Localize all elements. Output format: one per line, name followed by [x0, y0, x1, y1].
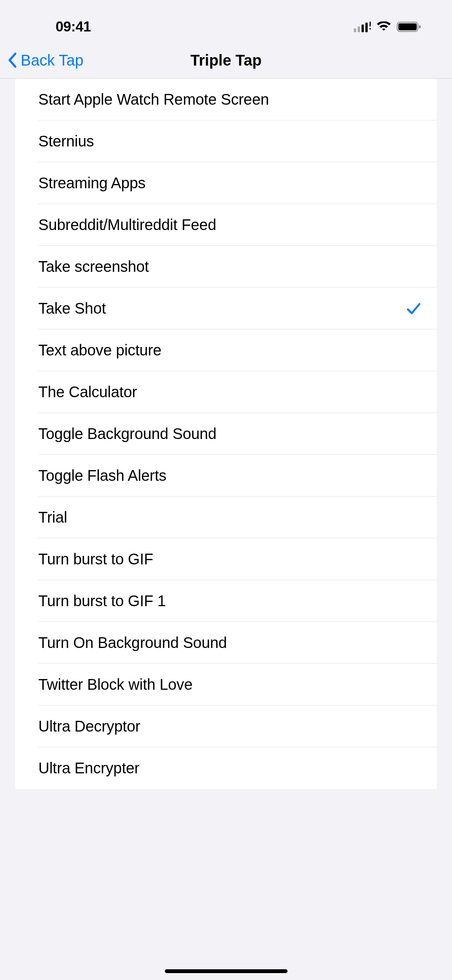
svg-rect-8 [419, 25, 421, 28]
list-item[interactable]: Turn On Background Sound [15, 622, 437, 664]
list-item-label: Toggle Flash Alerts [38, 467, 166, 484]
list-item-label: Turn burst to GIF [38, 551, 153, 568]
list-item[interactable]: Ultra Encrypter [15, 747, 437, 789]
chevron-left-icon [8, 53, 17, 68]
list-item[interactable]: Sternius [15, 120, 437, 162]
status-icons [354, 21, 433, 32]
wifi-icon [376, 21, 391, 32]
page-title: Triple Tap [191, 52, 262, 69]
list-item-label: The Calculator [38, 383, 137, 401]
battery-icon [397, 21, 421, 32]
list-item[interactable]: Toggle Background Sound [15, 413, 437, 455]
list-item-label: Toggle Background Sound [38, 425, 217, 442]
list-item-label: Streaming Apps [38, 174, 146, 192]
svg-rect-3 [365, 23, 368, 32]
list-item[interactable]: Toggle Flash Alerts [15, 455, 437, 497]
list-item-label: Ultra Encrypter [38, 760, 140, 777]
svg-rect-2 [362, 25, 364, 32]
list-item-label: Take screenshot [38, 258, 149, 275]
list-item-label: Ultra Decryptor [38, 718, 140, 735]
home-indicator[interactable] [165, 969, 288, 973]
list-item-label: Sternius [38, 133, 94, 150]
list-item-label: Turn burst to GIF 1 [38, 592, 166, 610]
list-item[interactable]: Subreddit/Multireddit Feed [15, 204, 437, 246]
list-item[interactable]: Trial [15, 497, 437, 538]
list-item-label: Turn On Background Sound [38, 634, 227, 651]
list-item[interactable]: Twitter Block with Love [15, 664, 437, 705]
options-list: Start Apple Watch Remote ScreenSterniusS… [15, 79, 437, 789]
list-item[interactable]: Turn burst to GIF [15, 538, 437, 580]
checkmark-icon [406, 301, 421, 316]
list-item[interactable]: Take Shot [15, 288, 437, 329]
list-item[interactable]: The Calculator [15, 371, 437, 413]
list-item-label: Start Apple Watch Remote Screen [38, 91, 269, 108]
list-item[interactable]: Streaming Apps [15, 162, 437, 204]
svg-rect-4 [370, 21, 371, 26]
svg-rect-0 [354, 28, 356, 32]
list-item-label: Take Shot [38, 300, 106, 317]
list-item-label: Twitter Block with Love [38, 676, 192, 693]
nav-bar: Back Tap Triple Tap [0, 42, 452, 79]
status-time: 09:41 [56, 19, 91, 35]
list-item[interactable]: Take screenshot [15, 246, 437, 288]
list-item[interactable]: Turn burst to GIF 1 [15, 580, 437, 622]
list-item[interactable]: Text above picture [15, 329, 437, 371]
list-item-label: Trial [38, 509, 67, 526]
back-button[interactable]: Back Tap [8, 52, 84, 69]
list-item-label: Subreddit/Multireddit Feed [38, 216, 216, 233]
svg-rect-7 [398, 23, 417, 30]
svg-rect-1 [358, 26, 360, 32]
back-label: Back Tap [21, 52, 84, 69]
svg-point-5 [370, 28, 371, 30]
list-item[interactable]: Start Apple Watch Remote Screen [15, 79, 437, 120]
status-bar: 09:41 [0, 0, 452, 42]
cellular-icon [354, 21, 371, 32]
list-item-label: Text above picture [38, 342, 161, 359]
list-item[interactable]: Ultra Decryptor [15, 705, 437, 747]
